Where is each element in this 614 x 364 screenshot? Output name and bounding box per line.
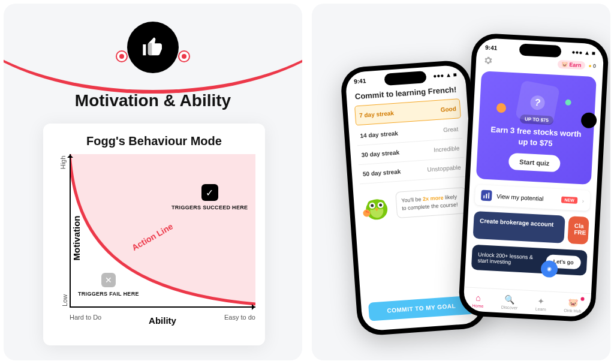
y-axis [70, 154, 71, 308]
status-time: 9:41 [485, 44, 498, 51]
gear-icon[interactable] [483, 55, 493, 65]
brokerage-card[interactable]: Create brokerage account [473, 211, 565, 243]
new-badge: NEW [561, 196, 577, 203]
succeed-annotation: ✓ TRIGGERS SUCCEED HERE [171, 184, 248, 212]
succeed-text: TRIGGERS SUCCEED HERE [171, 204, 248, 212]
tab-home[interactable]: ⌂Home [472, 293, 484, 308]
coin-balance: ● 0 [588, 63, 596, 70]
earn-pill[interactable]: 🐷 Earn [558, 60, 585, 70]
chevron-right-icon: › [582, 197, 584, 204]
commit-button[interactable]: COMMIT TO MY GOAL [368, 295, 475, 321]
claim-card[interactable]: Cla FRE [567, 216, 589, 245]
fail-annotation: ✕ TRIGGERS FAIL HERE [78, 273, 139, 298]
svg-rect-9 [483, 195, 484, 198]
fogg-chart-card: Fogg's Behaviour Mode Motivation Ability… [43, 124, 265, 345]
mascot-row: You'll be 2x more likely to complete the… [353, 176, 475, 231]
apple-icon [580, 112, 597, 128]
decorative-orb [496, 103, 507, 113]
main-title: Motivation & Ability [4, 91, 302, 110]
duo-owl-icon [360, 191, 392, 222]
arc-dot-right [179, 52, 189, 61]
status-icons: ●●● ▲ ■ [571, 49, 595, 56]
status-time: 9:41 [354, 77, 366, 85]
chart-title: Fogg's Behaviour Mode [49, 134, 259, 148]
speech-bold: 2x more [423, 195, 444, 202]
svg-rect-10 [486, 194, 487, 198]
unlock-banner: Unlock 200+ lessons & start investing ◉ … [471, 245, 588, 276]
x-tick-hard: Hard to Do [70, 314, 101, 321]
promo-card: ? UP TO $75 Earn 3 free stocks worth up … [476, 71, 597, 185]
chart-plot: Motivation Ability High Low Hard to Do E… [70, 154, 255, 322]
potential-label: View my potential [496, 192, 544, 201]
y-tick-high: High [59, 156, 67, 170]
svg-rect-11 [488, 192, 490, 198]
y-arrow-icon [67, 152, 73, 158]
examples-panel: 9:41 ●●● ▲ ■ Commit to learning French! … [312, 4, 610, 360]
tab-oink-hub[interactable]: 🐷Oink Hub [564, 297, 582, 313]
view-potential-row[interactable]: View my potential NEW › [474, 185, 591, 211]
arc-dot-left [117, 52, 127, 61]
phone-mockup-investing: 9:41 ●●● ▲ ■ 🐷 Earn ● 0 ? UP TO $75 Earn… [458, 32, 609, 322]
start-quiz-button[interactable]: Start quiz [508, 153, 561, 172]
bar-chart-icon [481, 189, 492, 201]
status-icons: ●●● ▲ ■ [433, 71, 457, 80]
fail-text: TRIGGERS FAIL HERE [78, 291, 139, 298]
tab-bar: ⌂Home🔍Discover✦Learn🐷Oink Hub [463, 287, 591, 317]
thumbs-up-icon [141, 35, 165, 59]
promo-title: Earn 3 free stocks worth up to $75 [485, 124, 587, 151]
speech-pre: You'll be [401, 196, 423, 203]
check-icon: ✓ [201, 184, 218, 201]
y-axis-label: Motivation [71, 216, 82, 261]
earn-area: 🐷 Earn ● 0 [558, 60, 597, 70]
x-tick-easy: Easy to do [224, 314, 255, 321]
tab-learn[interactable]: ✦Learn [535, 296, 547, 311]
decorative-orb [565, 100, 571, 106]
x-arrow-icon [252, 304, 258, 310]
unlock-text: Unlock 200+ lessons & start investing [477, 251, 538, 266]
thumbs-up-badge [127, 22, 179, 73]
promo-graphic: ? [515, 80, 560, 125]
speech-bubble: You'll be 2x more likely to complete the… [395, 187, 468, 218]
x-icon: ✕ [101, 273, 116, 287]
question-icon: ? [529, 94, 546, 111]
y-tick-low: Low [61, 294, 68, 306]
concept-panel: Motivation & Ability Fogg's Behaviour Mo… [4, 4, 302, 360]
phone-notch [519, 43, 562, 58]
cube-icon: ◉ [540, 260, 558, 278]
tab-discover[interactable]: 🔍Discover [501, 294, 519, 309]
x-axis [70, 306, 255, 308]
